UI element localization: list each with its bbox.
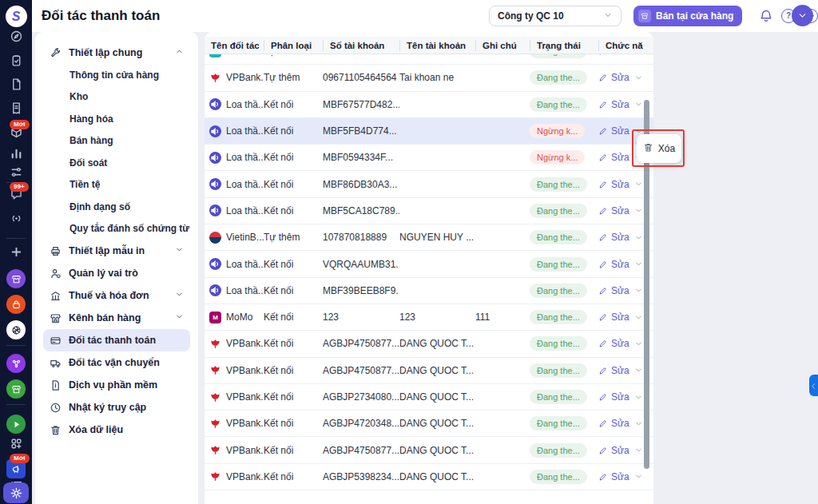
camera-app-icon[interactable] — [0, 320, 32, 339]
edit-button[interactable]: Sửa — [598, 152, 629, 163]
table-row[interactable]: VPBank...Kết nốiAGBJP4750877...DANG QUOC… — [204, 358, 653, 384]
settings-gear-icon[interactable] — [0, 482, 32, 503]
edit-button[interactable]: Sửa — [598, 54, 629, 57]
table-row[interactable]: ABBank...Tự thêm0584331440AAAAAAAAĐang t… — [204, 54, 653, 65]
dashboard-compass-icon[interactable] — [0, 30, 32, 43]
row-actions-chevron[interactable] — [634, 472, 643, 481]
table-row[interactable]: VPBank...Kết nốiAGBJP4750877...DANG QUOC… — [204, 437, 653, 463]
sapo-logo[interactable]: S — [0, 6, 32, 27]
sidebar-subitem[interactable]: Đối soát — [43, 152, 190, 174]
table-row[interactable]: Loa thầ...Kết nốiMBF0594334F...Ngừng k..… — [204, 145, 653, 171]
table-row[interactable]: VietinB...Tự thêm107870818889NGUYEN HUY … — [204, 224, 653, 251]
edit-button[interactable]: Sửa — [598, 338, 629, 349]
table-row[interactable]: Loa thầ...Kết nốiMBF5FB4D774...Ngừng k..… — [204, 118, 653, 145]
edit-label: Sửa — [611, 152, 629, 163]
edit-label: Sửa — [611, 445, 629, 456]
sidebar-item-shipping-partner[interactable]: Đối tác vận chuyển — [43, 351, 190, 374]
sidebar-item-sales-channel[interactable]: Kênh bán hàng — [43, 307, 190, 329]
sidebar-item-user-role[interactable]: Quản lý vai trò — [43, 262, 190, 284]
edit-button[interactable]: Sửa — [598, 471, 629, 482]
row-actions-chevron[interactable] — [634, 446, 643, 454]
broadcast-icon[interactable] — [0, 212, 32, 225]
company-selector[interactable]: Công ty QC 10 — [489, 6, 621, 26]
table-row[interactable]: VPBank...Kết nốiAGBJP4720348...DANG QUOC… — [204, 411, 653, 437]
sidebar-subitem[interactable]: Thông tin cửa hàng — [43, 64, 190, 86]
sidebar-subitem[interactable]: Bán hàng — [43, 130, 190, 153]
edit-button[interactable]: Sửa — [598, 312, 629, 323]
row-actions-chevron[interactable] — [634, 180, 643, 189]
row-actions-chevron[interactable] — [634, 54, 643, 56]
sidebar-subitem[interactable]: Quy tắc đánh số chứng từ — [43, 218, 190, 240]
edit-button[interactable]: Sửa — [598, 418, 629, 429]
pencil-icon — [598, 419, 608, 428]
table-header-row: Tên đối tácPhân loạiSố tài khoảnTên tài … — [204, 37, 653, 54]
table-row[interactable]: MMoMoKết nối123123111Đang the... Sửa — [204, 304, 653, 331]
edit-button[interactable]: Sửa — [598, 72, 629, 83]
table-row[interactable]: VPBank...Kết nốiAGBJP4750877...DANG QUOC… — [204, 331, 653, 357]
sidebar-item-access-log[interactable]: Nhật ký truy cập — [43, 396, 190, 419]
row-actions-chevron[interactable] — [634, 313, 643, 322]
sidebar-item-tax-invoice[interactable]: Thuế và hóa đơn — [43, 284, 190, 307]
partner-type: Kết nối — [264, 471, 323, 482]
notification-bell-icon[interactable] — [756, 6, 776, 26]
sidebar-subitem[interactable]: Hàng hóa — [43, 108, 190, 130]
edit-button[interactable]: Sửa — [598, 285, 629, 296]
row-actions-chevron[interactable] — [634, 393, 643, 402]
products-file-icon[interactable] — [0, 77, 32, 91]
status-badge: Đang the... — [530, 70, 587, 85]
sidebar-subitem[interactable]: Kho — [43, 86, 190, 109]
store-app-icon[interactable] — [0, 269, 32, 288]
panel-collapse-toggle[interactable] — [809, 375, 818, 396]
table-row[interactable]: Loa thầ...Kết nốiMBF5CA18C789...Đang the… — [204, 198, 653, 224]
table-row[interactable]: Loa thầ...Kết nốiVQRQAAUMB31...Đang the.… — [204, 251, 653, 277]
shop-app-icon[interactable] — [0, 379, 32, 399]
edit-button[interactable]: Sửa — [598, 179, 629, 190]
partner-name: VPBank... — [226, 72, 264, 83]
table-row[interactable]: VPBank...Kết nốiAGBJP2734080...DANG QUOC… — [204, 384, 653, 411]
row-actions-chevron[interactable] — [634, 206, 643, 215]
configuration-checklist-icon[interactable] — [0, 165, 32, 179]
table-row[interactable]: Loa thầ...Kết nốiMBF86DB30A3...Đang the.… — [204, 171, 653, 197]
row-actions-chevron[interactable] — [634, 286, 643, 295]
edit-button[interactable]: Sửa — [598, 232, 629, 243]
integration-network-icon[interactable] — [0, 354, 32, 373]
sidebar-subitem[interactable]: Định dạng số — [43, 196, 190, 218]
sidebar-item-payment-partner[interactable]: Đối tác thanh toán — [43, 329, 190, 351]
apps-grid-icon[interactable] — [0, 437, 32, 450]
table-row[interactable]: VPBank...Kết nốiAGBJP5398234...DANG QUOC… — [204, 464, 653, 490]
orders-clipboard-icon[interactable] — [0, 54, 32, 67]
edit-button[interactable]: Sửa — [598, 205, 629, 216]
edit-button[interactable]: Sửa — [598, 445, 629, 456]
sidebar-subitem-label: Đối soát — [69, 157, 107, 169]
edit-button[interactable]: Sửa — [598, 99, 629, 110]
table-row[interactable]: VPBank...Tự thêm09671105464564Tai khoan … — [204, 65, 653, 91]
payment-speaker-icon — [209, 178, 221, 190]
ads-app-icon[interactable] — [0, 415, 32, 434]
edit-button[interactable]: Sửa — [598, 391, 629, 403]
edit-button[interactable]: Sửa — [598, 259, 629, 270]
row-context-menu-delete[interactable]: Xóa — [637, 134, 681, 163]
sidebar-item-software-service[interactable]: Dịch vụ phần mềm — [43, 374, 190, 396]
sidebar-item-printer[interactable]: Thiết lập mẫu in — [43, 240, 190, 262]
row-actions-chevron[interactable] — [634, 419, 643, 428]
add-plus-icon[interactable] — [0, 245, 32, 259]
edit-button[interactable]: Sửa — [598, 125, 629, 137]
sell-in-store-button[interactable]: Bán tại cửa hàng — [633, 6, 742, 26]
sidebar-item-wrench[interactable]: Thiết lập chung — [43, 42, 190, 64]
edit-button[interactable]: Sửa — [598, 365, 629, 376]
row-actions-chevron[interactable] — [634, 233, 643, 242]
sidebar-subitem[interactable]: Tiền tệ — [43, 174, 190, 196]
partner-name: Loa thầ... — [226, 179, 264, 190]
marketplace-bag-icon[interactable] — [0, 295, 32, 314]
sidebar-item-delete-data[interactable]: Xóa dữ liệu — [43, 419, 190, 441]
row-actions-chevron[interactable] — [634, 339, 643, 348]
row-actions-chevron[interactable] — [634, 73, 643, 82]
row-actions-chevron[interactable] — [634, 260, 643, 268]
account-menu[interactable] — [792, 5, 813, 26]
invoices-receipt-icon[interactable] — [0, 101, 32, 115]
table-row[interactable]: Loa thầ...Kết nốiMBF67577D482...Đang the… — [204, 92, 653, 118]
row-actions-chevron[interactable] — [634, 100, 643, 109]
reports-chart-icon[interactable] — [0, 146, 32, 160]
table-row[interactable]: Loa thầ...Kết nốiMBF39BEEB8F9...Đang the… — [204, 278, 653, 304]
row-actions-chevron[interactable] — [634, 366, 643, 375]
